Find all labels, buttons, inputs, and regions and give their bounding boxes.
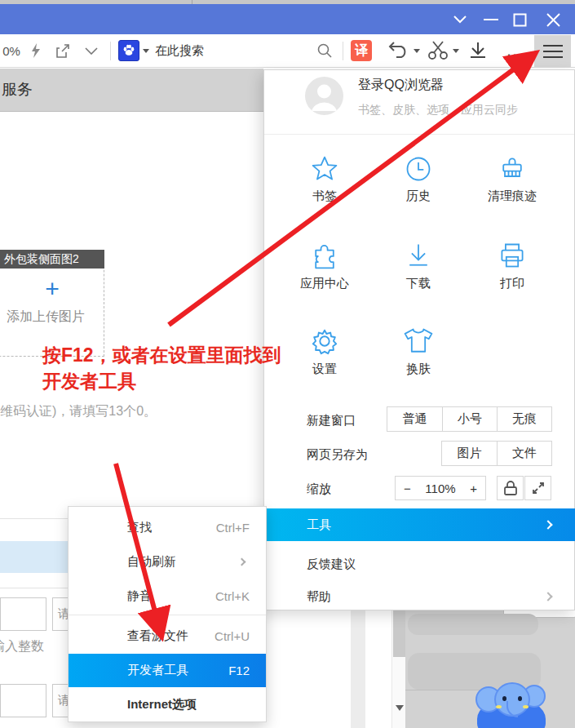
zoom-control: − 110% + [395, 476, 486, 500]
context-item-developer-tools[interactable]: 开发者工具 F12 [69, 654, 266, 687]
zoom-label: 缩放 [307, 482, 331, 497]
context-item-internet-options[interactable]: Internet选项 [69, 688, 266, 721]
annotation-text-line2: 开发者工具 [42, 369, 136, 394]
zoom-in-button[interactable]: + [470, 482, 477, 495]
puzzle-icon [310, 240, 339, 271]
expand-icon [532, 482, 545, 495]
more-options-icon[interactable]: … [502, 34, 529, 67]
avatar[interactable] [305, 77, 343, 115]
save-as-image-button[interactable]: 图片 [442, 442, 497, 465]
menu-item-downloads[interactable]: 下载 [382, 240, 455, 291]
download-icon[interactable] [467, 34, 489, 67]
context-item-mute[interactable]: 静音 Ctrl+K [69, 579, 266, 613]
scrollbar-thumb[interactable] [393, 610, 405, 657]
upload-label[interactable]: 添加上传图片 [7, 309, 85, 326]
menu-item-change-skin[interactable]: 换肤 [382, 326, 455, 377]
main-menu-button[interactable] [534, 35, 571, 67]
menu-item-history[interactable]: 历史 [382, 154, 455, 204]
context-item-auto-refresh[interactable]: 自动刷新 [69, 545, 266, 579]
page-divider [0, 588, 68, 588]
upload-badge: 外包装侧面图2 [0, 250, 104, 269]
broom-icon [498, 154, 527, 184]
page-section-header: 服务 [0, 69, 263, 112]
close-icon[interactable] [544, 11, 562, 29]
save-page-label: 网页另存为 [307, 447, 368, 463]
page-context-menu: 查找 Ctrl+F 自动刷新 静音 Ctrl+K 查看源文件 Ctrl+U 开发… [68, 506, 267, 722]
minimize-icon[interactable] [482, 11, 500, 29]
placeholder-block [408, 614, 538, 635]
menu-item-feedback[interactable]: 反馈建议 [264, 548, 575, 580]
address-search-input[interactable]: 在此搜索 [155, 34, 253, 67]
new-window-normal-button[interactable]: 普通 [387, 407, 442, 431]
new-window-incognito-button[interactable]: 无痕 [497, 407, 551, 431]
menu-item-print[interactable]: 打印 [475, 240, 549, 291]
toolbar-divider [343, 42, 343, 60]
context-menu-divider [69, 615, 266, 615]
scissors-dropdown-icon[interactable] [452, 34, 460, 67]
menu-item-app-center[interactable]: 应用中心 [288, 240, 361, 291]
maximize-icon[interactable] [511, 11, 529, 29]
share-icon[interactable] [52, 34, 73, 67]
new-window-button-group: 普通 小号 无痕 [387, 406, 552, 432]
menu-item-clear-traces[interactable]: 清理痕迹 [475, 154, 549, 204]
submenu-chevron-icon [543, 592, 552, 601]
tshirt-icon [402, 326, 435, 357]
menu-item-tools[interactable]: 工具 [264, 508, 575, 541]
submenu-chevron-icon [238, 558, 246, 566]
title-bar [0, 4, 575, 34]
menu-item-bookmarks[interactable]: 书签 [288, 154, 361, 204]
page-divider [0, 518, 68, 519]
selected-row-highlight [0, 541, 68, 573]
star-icon [310, 154, 339, 184]
zoom-value: 110% [425, 482, 455, 495]
login-title[interactable]: 登录QQ浏览器 [358, 77, 444, 94]
login-subtitle: 书签、皮肤、选项、应用云同步 [358, 103, 518, 118]
collapse-toolbar-icon[interactable] [451, 11, 469, 29]
integer-input-field[interactable] [0, 597, 46, 631]
search-engine-dropdown-icon[interactable] [142, 34, 150, 67]
page-header-label: 服务 [0, 79, 33, 100]
lightning-icon[interactable] [28, 34, 44, 67]
undo-dropdown-icon[interactable] [413, 34, 421, 67]
baidu-search-engine-icon[interactable] [118, 34, 139, 67]
context-item-find[interactable]: 查找 Ctrl+F [69, 511, 266, 544]
browser-toolbar: 0% 在此搜索 译 [0, 34, 575, 68]
integer-input-field[interactable] [0, 684, 46, 717]
search-icon[interactable] [315, 34, 334, 67]
plus-icon[interactable]: + [39, 276, 65, 302]
chevron-down-icon[interactable] [82, 34, 101, 67]
qq-browser-window: 0% 在此搜索 译 [0, 0, 575, 728]
undo-icon[interactable] [385, 34, 409, 67]
gear-icon [309, 326, 340, 357]
translate-icon[interactable]: 译 [351, 34, 372, 67]
save-as-file-button[interactable]: 文件 [497, 442, 551, 465]
vertical-scrollbar[interactable] [391, 610, 405, 728]
menu-divider [264, 134, 574, 135]
menu-item-help[interactable]: 帮助 [264, 580, 575, 613]
toolbar-divider [110, 42, 111, 60]
menu-item-settings[interactable]: 设置 [288, 326, 361, 377]
save-page-button-group: 图片 文件 [441, 441, 552, 466]
lock-icon [504, 481, 517, 495]
zoom-out-button[interactable]: − [404, 482, 411, 495]
zoom-lock-button[interactable] [497, 476, 524, 500]
submenu-chevron-icon [543, 520, 552, 529]
form-note-text: 维码认证)，请填写13个0。 [0, 403, 157, 420]
input-hint-label: 输入整数 [0, 638, 44, 655]
zoom-level-text: 0% [0, 34, 23, 67]
download-icon [404, 240, 433, 271]
new-window-label: 新建窗口 [307, 413, 356, 428]
context-item-view-source[interactable]: 查看源文件 Ctrl+U [69, 619, 266, 653]
new-window-small-button[interactable]: 小号 [442, 407, 497, 431]
scissors-icon[interactable] [426, 34, 450, 67]
page-column-band [351, 610, 365, 728]
qq-elephant-mascot [475, 680, 547, 728]
browser-main-menu: 登录QQ浏览器 书签、皮肤、选项、应用云同步 书签 历史 清理痕迹 [263, 69, 575, 610]
clock-icon [404, 154, 433, 184]
scrollbar-down-arrow-icon[interactable] [396, 705, 404, 711]
fullscreen-button[interactable] [524, 476, 551, 500]
printer-icon [498, 240, 527, 271]
